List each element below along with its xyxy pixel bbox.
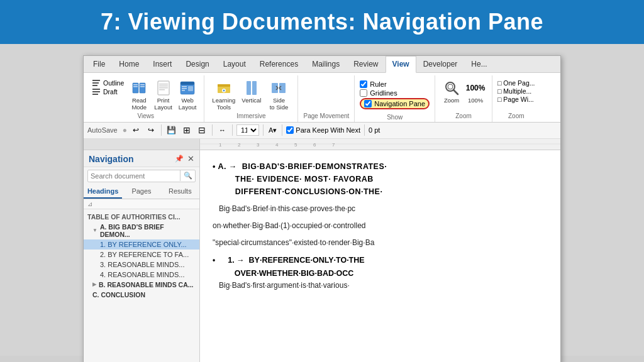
- zoom-buttons: Zoom 100% 100%: [440, 77, 487, 112]
- svg-text:7: 7: [332, 142, 335, 148]
- tab-file[interactable]: File: [86, 56, 112, 72]
- ruler-nav-space: [84, 139, 200, 150]
- page-title: 7: Viewing Documents: Navigation Pane: [13, 9, 631, 35]
- svg-rect-11: [140, 86, 145, 87]
- page-width-btn[interactable]: □ Page Wi...: [497, 96, 535, 103]
- nav-tabs: Headings Pages Results: [84, 185, 199, 199]
- nav-search-button[interactable]: 🔍: [180, 170, 196, 181]
- svg-rect-27: [247, 81, 251, 95]
- web-layout-label: WebLayout: [179, 97, 197, 111]
- doc-para4: Big·Bad's·first·argument·is·that·various…: [213, 280, 548, 292]
- tab-layout[interactable]: Layout: [216, 56, 253, 72]
- side-to-side-btn[interactable]: Sideto Side: [265, 78, 292, 112]
- tab-developer[interactable]: Developer: [416, 56, 465, 72]
- tab-insert[interactable]: Insert: [146, 56, 179, 72]
- svg-rect-20: [182, 88, 187, 89]
- zoom-group-label: Zoom: [455, 112, 472, 121]
- nav-item-toc[interactable]: TABLE OF AUTHORITIES CI...: [84, 212, 199, 222]
- doc-content[interactable]: • A. → BIG·BAD'S·BRIEF·DEMONSTRATES· THE…: [200, 150, 560, 362]
- svg-rect-1: [92, 82, 99, 84]
- ribbon-group-window: □ One Pag... □ Multiple... □ Page Wi... …: [492, 75, 540, 122]
- nav-search-box[interactable]: 🔍: [87, 170, 196, 182]
- svg-text:2: 2: [238, 142, 241, 148]
- format-btn[interactable]: ⊟: [196, 124, 208, 136]
- multiple-btn[interactable]: □ Multiple...: [497, 87, 535, 95]
- draft-icon: [92, 88, 101, 96]
- read-mode-btn[interactable]: ReadMode: [128, 78, 150, 112]
- svg-rect-14: [159, 85, 168, 87]
- nav-arrow-b: ▶: [92, 282, 96, 287]
- nav-pane-row: Navigation Pane: [360, 98, 430, 109]
- tab-home[interactable]: Home: [112, 56, 146, 72]
- svg-rect-16: [159, 89, 165, 90]
- draft-btn[interactable]: Draft: [92, 88, 124, 96]
- show-checkboxes: Ruler Gridlines Navigation Pane: [360, 78, 430, 114]
- tab-review[interactable]: Review: [347, 56, 385, 72]
- doc-para2: on·whether·Big·Bad·(1)·occupied·or·contr…: [213, 220, 548, 232]
- doc-area: Navigation 📌 ✕ 🔍 Headings Pages Results: [84, 150, 560, 362]
- nav-tab-headings[interactable]: Headings: [84, 185, 122, 199]
- svg-rect-19: [182, 86, 187, 87]
- views-group-label: Views: [137, 112, 154, 121]
- tab-references[interactable]: References: [253, 56, 305, 72]
- ribbon-group-zoom: Zoom 100% 100% Zoom: [435, 75, 492, 122]
- vertical-btn[interactable]: Vertical: [239, 78, 264, 105]
- toolbar-sep3: [232, 124, 233, 136]
- web-icon-svg: [179, 79, 196, 97]
- one-page-btn[interactable]: □ One Pag...: [497, 79, 535, 87]
- font-size-select[interactable]: 11: [236, 124, 259, 136]
- redo-btn[interactable]: ↪: [145, 124, 157, 136]
- toolbar-sep1: [161, 124, 162, 136]
- nav-search-input[interactable]: [88, 170, 180, 182]
- nav-pane-checkbox[interactable]: [364, 100, 372, 107]
- tab-mailings[interactable]: Mailings: [305, 56, 347, 72]
- tab-view[interactable]: View: [386, 56, 416, 73]
- ribbon-group-page-movement: Page Movement: [298, 75, 355, 122]
- undo-btn[interactable]: ↩: [130, 124, 142, 136]
- nav-expand-row[interactable]: ⊿: [84, 199, 199, 209]
- word-window: File Home Insert Design Layout Reference…: [83, 55, 561, 362]
- nav-item-reasonable4[interactable]: 4. REASONABLE MINDS...: [84, 270, 199, 280]
- nav-item-reasonable3[interactable]: 3. REASONABLE MINDS...: [84, 260, 199, 270]
- doc-para3: "special·circumstances"·existed·to·rende…: [213, 237, 548, 249]
- nav-pane-checkbox-label[interactable]: Navigation Pane: [360, 98, 430, 109]
- nav-close-btn[interactable]: ✕: [187, 154, 194, 163]
- svg-rect-0: [92, 80, 100, 81]
- ruler-checkbox[interactable]: [360, 80, 367, 88]
- print-btn[interactable]: ⊞: [180, 124, 193, 136]
- zoom-100-btn[interactable]: 100% 100%: [464, 78, 487, 105]
- navigation-pane: Navigation 📌 ✕ 🔍 Headings Pages Results: [84, 150, 200, 362]
- gridlines-checkbox-label[interactable]: Gridlines: [360, 89, 430, 97]
- save-btn[interactable]: 💾: [165, 124, 178, 136]
- vertical-icon: [243, 79, 260, 97]
- nav-item-reasonable-b[interactable]: ▶ B. REASONABLE MINDS CA...: [84, 280, 199, 290]
- nav-item-bigbad[interactable]: ▼ A. BIG BAD'S BRIEF DEMON...: [84, 222, 199, 239]
- ruler-ticks: 1 2 3 4 5 6 7: [200, 138, 560, 150]
- nav-item-conclusion[interactable]: C. CONCLUSION: [84, 290, 199, 300]
- svg-text:5: 5: [294, 142, 297, 148]
- svg-rect-13: [159, 84, 168, 85]
- web-layout-btn[interactable]: WebLayout: [176, 78, 199, 112]
- toolbar-sep6: [364, 124, 365, 136]
- font-color-btn[interactable]: A▾: [267, 126, 278, 134]
- outline-btn[interactable]: Outline: [92, 79, 124, 87]
- doc-bullet2: • 1. → BY·REFERENCE·ONLY·TO·THE OVER·WHE…: [213, 254, 548, 279]
- para-keep-checkbox[interactable]: [286, 126, 294, 134]
- nav-tab-pages[interactable]: Pages: [122, 185, 160, 199]
- nav-pin-btn[interactable]: 📌: [175, 155, 184, 163]
- gridlines-checkbox[interactable]: [360, 89, 367, 97]
- nav-item-byref1[interactable]: 1. BY REFERENCE ONLY...: [84, 239, 199, 250]
- nav-item-byref2[interactable]: 2. BY REFERENCE TO FA...: [84, 250, 199, 260]
- learning-tools-btn[interactable]: LearningTools: [209, 78, 238, 112]
- tab-help[interactable]: He...: [464, 56, 494, 72]
- nav-tab-results[interactable]: Results: [161, 185, 199, 199]
- svg-rect-8: [133, 84, 138, 85]
- window-options: □ One Pag... □ Multiple... □ Page Wi...: [497, 77, 535, 112]
- ruler-checkbox-label[interactable]: Ruler: [360, 80, 430, 88]
- toolbar-row: AutoSave ● ↩ ↪ 💾 ⊞ ⊟ ↔ 11 A▾ Para Keep W…: [84, 123, 560, 139]
- cursor-pos: ↔: [216, 126, 228, 134]
- tab-design[interactable]: Design: [179, 56, 216, 72]
- zoom-btn[interactable]: Zoom: [440, 78, 463, 105]
- print-layout-btn[interactable]: PrintLayout: [152, 78, 175, 112]
- tab-bar: File Home Insert Design Layout Reference…: [84, 56, 560, 73]
